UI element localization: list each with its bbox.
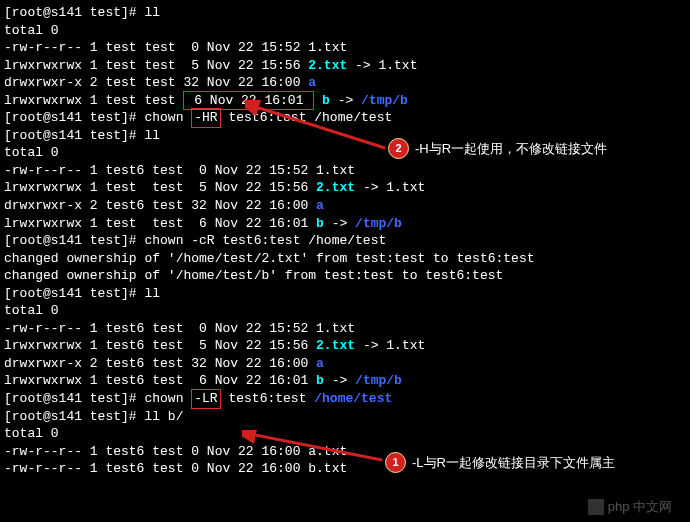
ls-line: drwxrwxr-x 2 test test 32 Nov 22 16:00 a bbox=[4, 74, 686, 92]
ls-line: -rw-r--r-- 1 test6 test 0 Nov 22 15:52 1… bbox=[4, 162, 686, 180]
dir-name: a bbox=[316, 356, 324, 371]
perm-text: drwxrwxr-x 2 test6 test 32 Nov 22 16:00 bbox=[4, 198, 316, 213]
total-line: total 0 bbox=[4, 22, 686, 40]
badge-number: 1 bbox=[385, 452, 406, 473]
output-line: changed ownership of '/home/test/2.txt' … bbox=[4, 250, 686, 268]
output-line: changed ownership of '/home/test/b' from… bbox=[4, 267, 686, 285]
perm-text: lrwxrwxrwx 1 test6 test 6 Nov 22 16:01 bbox=[4, 373, 316, 388]
ls-line: -rw-r--r-- 1 test test 0 Nov 22 15:52 1.… bbox=[4, 39, 686, 57]
ls-line: lrwxrwxrwx 1 test test 5 Nov 22 15:56 2.… bbox=[4, 179, 686, 197]
symlink-name: b bbox=[316, 373, 324, 388]
watermark-text: php 中文网 bbox=[608, 498, 672, 516]
cmd-line[interactable]: [root@s141 test]# chown -cR test6:test /… bbox=[4, 232, 686, 250]
ls-line: lrwxrwxrwx 1 test6 test 5 Nov 22 15:56 2… bbox=[4, 337, 686, 355]
ls-line: drwxrwxr-x 2 test6 test 32 Nov 22 16:00 … bbox=[4, 355, 686, 373]
ls-line: drwxrwxr-x 2 test6 test 32 Nov 22 16:00 … bbox=[4, 197, 686, 215]
svg-line-0 bbox=[253, 106, 385, 148]
ls-line: lrwxrwxrwx 1 test test 5 Nov 22 15:56 2.… bbox=[4, 57, 686, 75]
perm-text: lrwxrwxrwx 1 test test bbox=[4, 93, 183, 108]
ls-line: lrwxrwxrwx 1 test test 6 Nov 22 16:01 b … bbox=[4, 215, 686, 233]
option-flag: -LR bbox=[194, 391, 217, 406]
perm-text: lrwxrwxrwx 1 test test 6 Nov 22 16:01 bbox=[4, 216, 316, 231]
total-line: total 0 bbox=[4, 302, 686, 320]
cmd-line[interactable]: [root@s141 test]# chown -LR test6:test /… bbox=[4, 390, 686, 408]
terminal-output: [root@s141 test]# ll total 0 -rw-r--r-- … bbox=[4, 4, 686, 478]
badge-number: 2 bbox=[388, 138, 409, 159]
perm-text: drwxrwxr-x 2 test test 32 Nov 22 16:00 bbox=[4, 75, 308, 90]
symlink-target: /tmp/b bbox=[355, 216, 402, 231]
dir-name: a bbox=[308, 75, 316, 90]
perm-text: lrwxrwxrwx 1 test test 5 Nov 22 15:56 bbox=[4, 180, 316, 195]
arrow-icon bbox=[245, 100, 395, 155]
arrow-icon bbox=[242, 430, 392, 468]
highlight-box: -HR bbox=[191, 108, 220, 128]
annotation-text: -L与R一起修改链接目录下文件属主 bbox=[412, 454, 615, 472]
symlink-name: 2.txt bbox=[308, 58, 347, 73]
watermark: php 中文网 bbox=[588, 498, 672, 516]
annotation-text: -H与R一起使用，不修改链接文件 bbox=[415, 140, 607, 158]
symlink-target: /tmp/b bbox=[355, 373, 402, 388]
highlight-box: -LR bbox=[191, 389, 220, 409]
cmd-text: [root@s141 test]# chown bbox=[4, 110, 191, 125]
option-flag: -HR bbox=[194, 110, 217, 125]
perm-text: drwxrwxr-x 2 test6 test 32 Nov 22 16:00 bbox=[4, 356, 316, 371]
symlink-target: -> 1.txt bbox=[347, 58, 417, 73]
symlink-name: 2.txt bbox=[316, 180, 355, 195]
prompt-line[interactable]: [root@s141 test]# ll bbox=[4, 4, 686, 22]
cmd-args: test6:test bbox=[221, 391, 315, 406]
annotation-callout: 2 -H与R一起使用，不修改链接文件 bbox=[388, 138, 607, 159]
perm-text: lrwxrwxrwx 1 test6 test 5 Nov 22 15:56 bbox=[4, 338, 316, 353]
symlink-name: b bbox=[316, 216, 324, 231]
ls-line: lrwxrwxrwx 1 test6 test 6 Nov 22 16:01 b… bbox=[4, 372, 686, 390]
symlink-target: -> 1.txt bbox=[355, 180, 425, 195]
symlink-name: 2.txt bbox=[316, 338, 355, 353]
svg-line-1 bbox=[250, 434, 382, 460]
cmd-text: [root@s141 test]# chown bbox=[4, 391, 191, 406]
prompt-line[interactable]: [root@s141 test]# ll b/ bbox=[4, 408, 686, 426]
path-text: /home/test bbox=[314, 391, 392, 406]
arrow-text: -> bbox=[324, 373, 355, 388]
prompt-line[interactable]: [root@s141 test]# ll bbox=[4, 285, 686, 303]
arrow-text: -> bbox=[324, 216, 355, 231]
annotation-callout: 1 -L与R一起修改链接目录下文件属主 bbox=[385, 452, 615, 473]
perm-text: lrwxrwxrwx 1 test test 5 Nov 22 15:56 bbox=[4, 58, 308, 73]
dir-name: a bbox=[316, 198, 324, 213]
symlink-target: -> 1.txt bbox=[355, 338, 425, 353]
ls-line: -rw-r--r-- 1 test6 test 0 Nov 22 15:52 1… bbox=[4, 320, 686, 338]
logo-icon bbox=[588, 499, 604, 515]
